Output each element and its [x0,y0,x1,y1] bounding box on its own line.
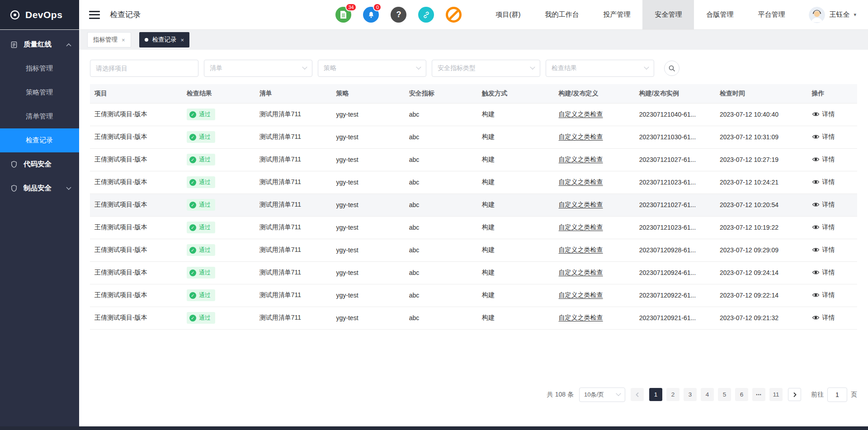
documents-icon[interactable]: 34 [335,7,351,23]
eye-icon [812,247,820,253]
nav-item-projects[interactable]: 项目(群) [483,0,533,29]
detail-link[interactable]: 详情 [812,110,835,118]
filter-bar: 清单 策略 安全指标类型 检查结果 [90,60,857,77]
app-header: DevOps 检查记录 34 0 ? [0,0,868,30]
cell-project: 王倩测试项目-版本 [90,148,182,171]
sidebar-group-quality[interactable]: 质量红线 [0,33,79,57]
result-select[interactable]: 检查结果 [546,60,654,77]
definition-link[interactable]: 自定义之类检查 [559,269,603,276]
pagination: 共 108 条 10条/页 123456•••11 前往 页 [90,387,857,402]
nav-item-security[interactable]: 安全管理 [642,0,694,29]
detail-link[interactable]: 详情 [812,291,835,299]
tab-check-records[interactable]: 检查记录 × [139,32,190,47]
indicator-type-select[interactable]: 安全指标类型 [432,60,540,77]
blocked-icon[interactable] [446,7,462,23]
definition-link[interactable]: 自定义之类检查 [559,291,603,298]
detail-link[interactable]: 详情 [812,269,835,277]
page-button-5[interactable]: 5 [718,388,731,401]
footer-strip [0,426,868,430]
definition-link[interactable]: 自定义之类检查 [559,201,603,208]
table-row: 王倩测试项目-版本 ✓ 通过 测试用清单711 ygy-test abc 构建 … [90,103,857,126]
documents-badge: 34 [345,3,356,11]
col-instance: 构建/发布实例 [635,84,715,103]
sidebar-group-artifact-security[interactable]: 制品安全 [0,176,79,200]
report-icon [10,41,18,49]
cell-result: ✓ 通过 [182,126,255,148]
tab-bar: 指标管理 × 检查记录 × [79,30,868,50]
nav-item-production[interactable]: 投产管理 [591,0,642,29]
cell-result: ✓ 通过 [182,239,255,261]
page-button-4[interactable]: 4 [701,388,714,401]
sidebar-item-policy-management[interactable]: 策略管理 [0,80,79,104]
tab-close-icon[interactable]: × [122,37,125,43]
sidebar-item-indicator-management[interactable]: 指标管理 [0,57,79,80]
project-select-input[interactable] [90,60,198,77]
col-time: 检查时间 [715,84,807,103]
tab-indicator-management[interactable]: 指标管理 × [87,32,131,47]
user-caret-icon: ▾ [854,12,856,18]
nav-item-workbench[interactable]: 我的工作台 [533,0,591,29]
tab-close-icon[interactable]: × [181,37,184,43]
definition-link[interactable]: 自定义之类检查 [559,223,603,231]
cell-policy: ygy-test [332,239,405,261]
sidebar-item-list-management[interactable]: 清单管理 [0,104,79,128]
chevron-down-icon [66,186,72,191]
detail-label: 详情 [822,269,835,277]
page-button-2[interactable]: 2 [666,388,679,401]
bell-glyph [367,11,375,19]
search-button[interactable] [664,61,679,76]
policy-select[interactable]: 策略 [318,60,426,77]
cell-project: 王倩测试项目-版本 [90,307,182,329]
nav-item-platform[interactable]: 平台管理 [745,0,797,29]
page-button-11[interactable]: 11 [769,388,783,401]
notifications-bell-icon[interactable]: 0 [363,7,379,23]
cell-policy: ygy-test [332,103,405,126]
detail-link[interactable]: 详情 [812,201,835,209]
detail-link[interactable]: 详情 [812,223,835,232]
eye-icon [812,179,820,185]
detail-link[interactable]: 详情 [812,133,835,141]
help-icon[interactable]: ? [391,7,406,23]
definition-link[interactable]: 自定义之类检查 [559,133,603,140]
col-project: 项目 [90,84,182,103]
status-badge: ✓ 通过 [187,176,215,188]
cell-instance: 202307121027-61... [635,148,715,171]
detail-link[interactable]: 详情 [812,178,835,186]
definition-link[interactable]: 自定义之类检查 [559,156,603,163]
page-button-6[interactable]: 6 [735,388,748,401]
document-glyph [340,10,347,19]
definition-link[interactable]: 自定义之类检查 [559,178,603,185]
link-icon[interactable] [418,7,434,23]
sidebar-group-code-security[interactable]: 代码安全 [0,152,79,176]
goto-page-input[interactable] [827,387,847,402]
cell-definition: 自定义之类检查 [554,194,635,216]
cell-list: 测试用清单711 [255,171,332,194]
definition-link[interactable]: 自定义之类检查 [559,246,603,253]
cell-result: ✓ 通过 [182,103,255,126]
list-select[interactable]: 清单 [204,60,312,77]
status-badge: ✓ 通过 [187,199,215,211]
definition-link[interactable]: 自定义之类检查 [559,314,603,321]
sidebar-item-check-records[interactable]: 检查记录 [0,128,79,152]
avatar [809,7,825,23]
user-menu[interactable]: 王钰全 ▾ [809,7,868,23]
nav-item-version[interactable]: 合版管理 [694,0,745,29]
page-button-3[interactable]: 3 [684,388,697,401]
status-badge: ✓ 通过 [187,312,215,324]
detail-link[interactable]: 详情 [812,156,835,164]
detail-link[interactable]: 详情 [812,246,835,254]
definition-link[interactable]: 自定义之类检查 [559,110,603,118]
cell-actions: 详情 [807,216,857,239]
cell-indicator: abc [405,148,477,171]
cell-definition: 自定义之类检查 [554,284,635,307]
detail-label: 详情 [822,291,835,299]
detail-link[interactable]: 详情 [812,314,835,322]
cell-list: 测试用清单711 [255,148,332,171]
page-size-select[interactable]: 10条/页 [579,387,625,402]
detail-label: 详情 [822,246,835,254]
page-ellipsis[interactable]: ••• [752,388,765,401]
next-page-button[interactable] [788,388,801,401]
prev-page-button[interactable] [631,388,644,401]
menu-toggle-icon[interactable] [89,11,100,19]
page-button-1[interactable]: 1 [649,388,662,401]
